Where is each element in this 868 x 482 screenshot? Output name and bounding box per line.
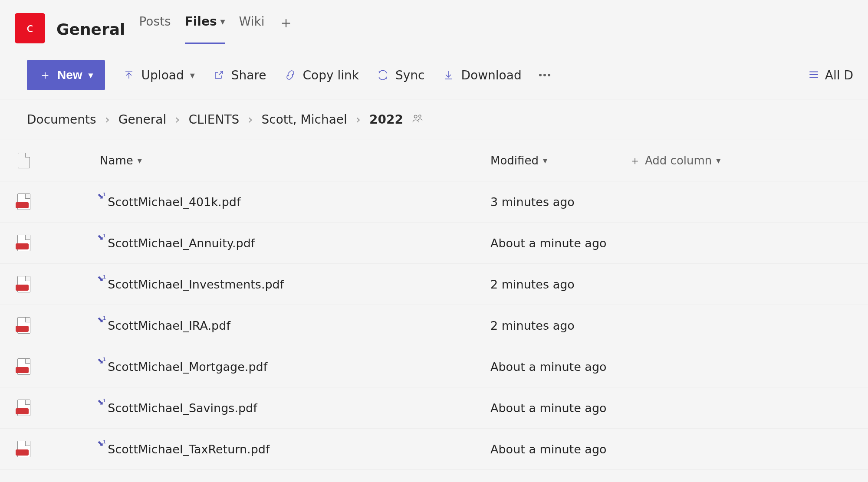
channel-tabs: Posts Files ▾ Wiki ＋ bbox=[139, 14, 294, 44]
plus-icon: ＋ bbox=[39, 67, 51, 83]
view-switcher[interactable]: All D bbox=[808, 68, 853, 82]
file-modified: About a minute ago bbox=[490, 443, 607, 456]
download-label: Download bbox=[461, 68, 521, 82]
breadcrumb-item-current[interactable]: 2022 bbox=[369, 112, 403, 127]
tab-files[interactable]: Files ▾ bbox=[185, 14, 225, 44]
file-name-cell[interactable]: ⬊¹ ScottMichael_Savings.pdf bbox=[74, 401, 490, 415]
pdf-file-icon bbox=[17, 400, 30, 416]
file-row[interactable]: ⬊¹ ScottMichael_IRA.pdf 2 minutes ago bbox=[0, 305, 868, 346]
new-indicator-icon: ⬊¹ bbox=[97, 191, 105, 200]
file-icon bbox=[18, 153, 30, 168]
new-indicator-icon: ⬊¹ bbox=[97, 356, 105, 365]
file-name: ScottMichael_Investments.pdf bbox=[108, 278, 284, 291]
sync-icon bbox=[376, 70, 389, 80]
upload-icon bbox=[122, 70, 135, 80]
breadcrumb-item[interactable]: Documents bbox=[27, 112, 96, 127]
tab-posts[interactable]: Posts bbox=[139, 14, 171, 44]
file-row[interactable]: ⬊¹ ScottMichael_Savings.pdf About a minu… bbox=[0, 387, 868, 429]
file-name: ScottMichael_401k.pdf bbox=[108, 195, 240, 209]
column-modified-label: Modified bbox=[490, 154, 539, 167]
breadcrumb-item[interactable]: Scott, Michael bbox=[262, 112, 347, 127]
file-modified-cell: About a minute ago bbox=[490, 236, 629, 250]
sync-label: Sync bbox=[395, 68, 424, 82]
file-row[interactable]: ⬊¹ ScottMichael_Investments.pdf 2 minute… bbox=[0, 264, 868, 305]
file-name-cell[interactable]: ⬊¹ ScottMichael_TaxReturn.pdf bbox=[74, 443, 490, 456]
file-name: ScottMichael_TaxReturn.pdf bbox=[108, 443, 270, 456]
column-header-type[interactable] bbox=[0, 153, 48, 168]
svg-point-7 bbox=[414, 115, 417, 118]
file-list-header: Name ▾ Modified ▾ ＋ Add column ▾ bbox=[0, 140, 868, 181]
column-header-modified[interactable]: Modified ▾ bbox=[490, 154, 629, 167]
channel-title: General bbox=[56, 20, 125, 38]
file-modified: 2 minutes ago bbox=[490, 278, 575, 291]
tab-label: Posts bbox=[139, 14, 171, 29]
pdf-file-icon bbox=[17, 441, 30, 457]
column-name-label: Name bbox=[100, 154, 133, 167]
copy-link-label: Copy link bbox=[303, 68, 359, 82]
file-name-cell[interactable]: ⬊¹ ScottMichael_Investments.pdf bbox=[74, 278, 490, 291]
file-name-cell[interactable]: ⬊¹ ScottMichael_Mortgage.pdf bbox=[74, 360, 490, 374]
file-modified-cell: 3 minutes ago bbox=[490, 195, 629, 209]
add-column-label: Add column bbox=[645, 154, 712, 167]
file-name: ScottMichael_IRA.pdf bbox=[108, 319, 230, 332]
file-name: ScottMichael_Mortgage.pdf bbox=[108, 360, 267, 374]
upload-label: Upload bbox=[141, 68, 184, 82]
new-indicator-icon: ⬊¹ bbox=[97, 233, 105, 242]
shared-folder-icon bbox=[412, 114, 423, 126]
share-icon bbox=[212, 70, 225, 80]
link-icon bbox=[284, 70, 297, 80]
share-button[interactable]: Share bbox=[212, 68, 266, 82]
breadcrumb: Documents › General › CLIENTS › Scott, M… bbox=[0, 99, 868, 140]
file-modified: 2 minutes ago bbox=[490, 319, 575, 332]
plus-icon: ＋ bbox=[629, 153, 641, 168]
chevron-right-icon: › bbox=[356, 112, 361, 127]
download-button[interactable]: Download bbox=[442, 68, 521, 82]
file-modified: About a minute ago bbox=[490, 360, 607, 374]
chevron-down-icon: ▾ bbox=[220, 16, 225, 27]
download-icon bbox=[442, 70, 455, 80]
new-indicator-icon: ⬊¹ bbox=[97, 439, 105, 448]
copy-link-button[interactable]: Copy link bbox=[284, 68, 359, 82]
file-list: Name ▾ Modified ▾ ＋ Add column ▾ ⬊¹ Scot… bbox=[0, 140, 868, 470]
file-name: ScottMichael_Annuity.pdf bbox=[108, 236, 255, 250]
tab-label: Wiki bbox=[239, 14, 265, 29]
channel-tile: c bbox=[15, 13, 45, 43]
file-name-cell[interactable]: ⬊¹ ScottMichael_IRA.pdf bbox=[74, 319, 490, 332]
tab-label: Files bbox=[185, 14, 217, 29]
pdf-file-icon bbox=[17, 358, 30, 375]
breadcrumb-item[interactable]: CLIENTS bbox=[188, 112, 239, 127]
new-indicator-icon: ⬊¹ bbox=[97, 397, 105, 407]
tab-wiki[interactable]: Wiki bbox=[239, 14, 265, 44]
add-tab-button[interactable]: ＋ bbox=[278, 15, 294, 44]
chevron-right-icon: › bbox=[105, 112, 110, 127]
file-row[interactable]: ⬊¹ ScottMichael_401k.pdf 3 minutes ago bbox=[0, 181, 868, 223]
file-name-cell[interactable]: ⬊¹ ScottMichael_401k.pdf bbox=[74, 195, 490, 209]
channel-header: c General Posts Files ▾ Wiki ＋ bbox=[0, 0, 868, 51]
more-actions-button[interactable] bbox=[539, 74, 550, 76]
file-type-cell bbox=[0, 276, 48, 292]
column-header-name[interactable]: Name ▾ bbox=[74, 154, 490, 167]
chevron-down-icon: ▾ bbox=[716, 155, 720, 166]
file-type-cell bbox=[0, 235, 48, 251]
chevron-right-icon: › bbox=[175, 112, 180, 127]
command-bar: ＋ New ▾ Upload ▾ Share Copy link Sync Do… bbox=[0, 51, 868, 99]
sync-button[interactable]: Sync bbox=[376, 68, 424, 82]
file-modified-cell: 2 minutes ago bbox=[490, 278, 629, 291]
new-indicator-icon: ⬊¹ bbox=[97, 274, 105, 283]
file-modified-cell: About a minute ago bbox=[490, 443, 629, 456]
file-type-cell bbox=[0, 358, 48, 375]
add-column-button[interactable]: ＋ Add column ▾ bbox=[629, 153, 868, 168]
new-button[interactable]: ＋ New ▾ bbox=[27, 60, 105, 90]
file-row[interactable]: ⬊¹ ScottMichael_Mortgage.pdf About a min… bbox=[0, 346, 868, 387]
view-label: All D bbox=[825, 68, 853, 82]
chevron-down-icon: ▾ bbox=[138, 155, 142, 166]
file-row[interactable]: ⬊¹ ScottMichael_Annuity.pdf About a minu… bbox=[0, 223, 868, 264]
file-modified: About a minute ago bbox=[490, 401, 607, 415]
upload-button[interactable]: Upload ▾ bbox=[122, 68, 195, 82]
chevron-down-icon: ▾ bbox=[190, 70, 195, 81]
list-view-icon bbox=[808, 68, 819, 82]
file-name-cell[interactable]: ⬊¹ ScottMichael_Annuity.pdf bbox=[74, 236, 490, 250]
file-row[interactable]: ⬊¹ ScottMichael_TaxReturn.pdf About a mi… bbox=[0, 429, 868, 470]
file-type-cell bbox=[0, 400, 48, 416]
breadcrumb-item[interactable]: General bbox=[118, 112, 166, 127]
